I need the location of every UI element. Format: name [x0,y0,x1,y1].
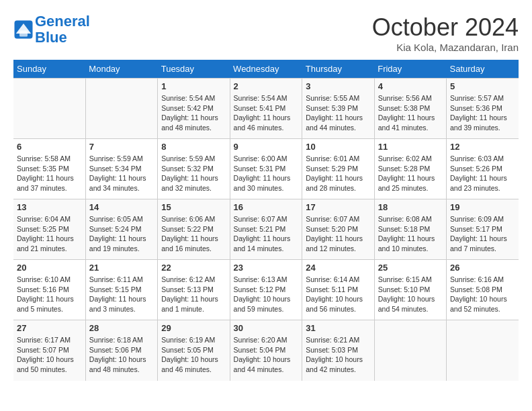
weekday-header: Wednesday [230,60,302,79]
day-number: 25 [378,263,443,273]
cell-info: Sunrise: 6:16 AM Sunset: 5:08 PM Dayligh… [450,275,515,314]
calendar-cell: 5Sunrise: 5:57 AM Sunset: 5:36 PM Daylig… [447,79,519,139]
calendar-week-row: 6Sunrise: 5:58 AM Sunset: 5:35 PM Daylig… [13,139,519,199]
calendar-cell: 27Sunrise: 6:17 AM Sunset: 5:07 PM Dayli… [13,320,85,381]
logo-icon [13,19,34,40]
calendar-cell: 13Sunrise: 6:04 AM Sunset: 5:25 PM Dayli… [13,199,85,260]
calendar-cell: 2Sunrise: 5:54 AM Sunset: 5:41 PM Daylig… [230,79,302,139]
calendar-table: SundayMondayTuesdayWednesdayThursdayFrid… [13,60,519,381]
cell-info: Sunrise: 5:59 AM Sunset: 5:34 PM Dayligh… [89,154,154,193]
weekday-header: Thursday [302,60,374,79]
cell-info: Sunrise: 6:20 AM Sunset: 5:04 PM Dayligh… [234,335,299,375]
calendar-cell: 1Sunrise: 5:54 AM Sunset: 5:42 PM Daylig… [158,79,230,139]
calendar-cell: 24Sunrise: 6:14 AM Sunset: 5:11 PM Dayli… [302,260,374,320]
day-number: 2 [234,81,299,91]
calendar-cell: 30Sunrise: 6:20 AM Sunset: 5:04 PM Dayli… [230,320,302,381]
weekday-header: Monday [85,60,157,79]
day-number: 19 [450,202,515,212]
day-number: 3 [306,81,370,91]
day-number: 27 [17,323,82,333]
cell-info: Sunrise: 6:17 AM Sunset: 5:07 PM Dayligh… [17,335,82,375]
location: Kia Kola, Mazandaran, Iran [372,42,519,53]
calendar-cell: 20Sunrise: 6:10 AM Sunset: 5:16 PM Dayli… [13,260,85,320]
weekday-header: Tuesday [158,60,230,79]
calendar-cell: 12Sunrise: 6:03 AM Sunset: 5:26 PM Dayli… [447,139,519,199]
day-number: 18 [378,202,443,212]
day-number: 16 [234,202,299,212]
calendar-cell: 26Sunrise: 6:16 AM Sunset: 5:08 PM Dayli… [447,260,519,320]
cell-info: Sunrise: 6:05 AM Sunset: 5:24 PM Dayligh… [89,214,154,254]
calendar-cell: 16Sunrise: 6:07 AM Sunset: 5:21 PM Dayli… [230,199,302,260]
cell-info: Sunrise: 6:12 AM Sunset: 5:13 PM Dayligh… [161,275,226,314]
day-number: 9 [234,142,299,152]
weekday-row: SundayMondayTuesdayWednesdayThursdayFrid… [13,60,519,79]
day-number: 7 [89,142,154,152]
calendar-cell: 31Sunrise: 6:21 AM Sunset: 5:03 PM Dayli… [302,320,374,381]
day-number: 22 [161,263,226,273]
calendar-cell: 25Sunrise: 6:15 AM Sunset: 5:10 PM Dayli… [374,260,446,320]
day-number: 4 [378,81,443,91]
calendar-cell [374,320,446,381]
calendar-cell: 7Sunrise: 5:59 AM Sunset: 5:34 PM Daylig… [85,139,157,199]
cell-info: Sunrise: 5:55 AM Sunset: 5:39 PM Dayligh… [306,93,370,133]
cell-info: Sunrise: 6:15 AM Sunset: 5:10 PM Dayligh… [378,275,443,314]
cell-info: Sunrise: 5:54 AM Sunset: 5:41 PM Dayligh… [234,93,299,133]
cell-info: Sunrise: 6:01 AM Sunset: 5:29 PM Dayligh… [306,154,370,193]
calendar-week-row: 27Sunrise: 6:17 AM Sunset: 5:07 PM Dayli… [13,320,519,381]
calendar-cell: 10Sunrise: 6:01 AM Sunset: 5:29 PM Dayli… [302,139,374,199]
cell-info: Sunrise: 6:07 AM Sunset: 5:21 PM Dayligh… [234,214,299,254]
cell-info: Sunrise: 6:13 AM Sunset: 5:12 PM Dayligh… [234,275,299,314]
cell-info: Sunrise: 6:18 AM Sunset: 5:06 PM Dayligh… [89,335,154,375]
calendar-cell: 6Sunrise: 5:58 AM Sunset: 5:35 PM Daylig… [13,139,85,199]
cell-info: Sunrise: 6:10 AM Sunset: 5:16 PM Dayligh… [17,275,82,314]
day-number: 14 [89,202,154,212]
logo: General Blue [13,13,90,46]
cell-info: Sunrise: 5:56 AM Sunset: 5:38 PM Dayligh… [378,93,443,133]
calendar-cell [85,79,157,139]
day-number: 8 [161,142,226,152]
cell-info: Sunrise: 5:58 AM Sunset: 5:35 PM Dayligh… [17,154,82,193]
day-number: 20 [17,263,82,273]
calendar-cell: 4Sunrise: 5:56 AM Sunset: 5:38 PM Daylig… [374,79,446,139]
day-number: 29 [161,323,226,333]
day-number: 26 [450,263,515,273]
cell-info: Sunrise: 6:11 AM Sunset: 5:15 PM Dayligh… [89,275,154,314]
month-title: October 2024 [372,13,519,42]
calendar-header: SundayMondayTuesdayWednesdayThursdayFrid… [13,60,519,79]
day-number: 23 [234,263,299,273]
day-number: 30 [234,323,299,333]
cell-info: Sunrise: 6:03 AM Sunset: 5:26 PM Dayligh… [450,154,515,193]
calendar-cell: 29Sunrise: 6:19 AM Sunset: 5:05 PM Dayli… [158,320,230,381]
calendar-cell [447,320,519,381]
cell-info: Sunrise: 6:09 AM Sunset: 5:17 PM Dayligh… [450,214,515,254]
logo-text: General Blue [35,13,90,46]
weekday-header: Friday [374,60,446,79]
weekday-header: Sunday [13,60,85,79]
calendar-cell: 3Sunrise: 5:55 AM Sunset: 5:39 PM Daylig… [302,79,374,139]
day-number: 10 [306,142,370,152]
day-number: 31 [306,323,370,333]
calendar-cell: 21Sunrise: 6:11 AM Sunset: 5:15 PM Dayli… [85,260,157,320]
calendar-cell: 14Sunrise: 6:05 AM Sunset: 5:24 PM Dayli… [85,199,157,260]
cell-info: Sunrise: 6:21 AM Sunset: 5:03 PM Dayligh… [306,335,370,375]
calendar-week-row: 1Sunrise: 5:54 AM Sunset: 5:42 PM Daylig… [13,79,519,139]
calendar-cell: 18Sunrise: 6:08 AM Sunset: 5:18 PM Dayli… [374,199,446,260]
day-number: 15 [161,202,226,212]
calendar-cell: 19Sunrise: 6:09 AM Sunset: 5:17 PM Dayli… [447,199,519,260]
day-number: 28 [89,323,154,333]
day-number: 5 [450,81,515,91]
title-block: October 2024 Kia Kola, Mazandaran, Iran [372,13,519,53]
cell-info: Sunrise: 6:04 AM Sunset: 5:25 PM Dayligh… [17,214,82,254]
calendar-cell: 22Sunrise: 6:12 AM Sunset: 5:13 PM Dayli… [158,260,230,320]
day-number: 13 [17,202,82,212]
calendar-cell: 15Sunrise: 6:06 AM Sunset: 5:22 PM Dayli… [158,199,230,260]
cell-info: Sunrise: 5:54 AM Sunset: 5:42 PM Dayligh… [161,93,226,133]
day-number: 6 [17,142,82,152]
page-header: General Blue October 2024 Kia Kola, Maza… [13,13,519,53]
cell-info: Sunrise: 5:57 AM Sunset: 5:36 PM Dayligh… [450,93,515,133]
cell-info: Sunrise: 6:19 AM Sunset: 5:05 PM Dayligh… [161,335,226,375]
calendar-week-row: 20Sunrise: 6:10 AM Sunset: 5:16 PM Dayli… [13,260,519,320]
calendar-cell: 23Sunrise: 6:13 AM Sunset: 5:12 PM Dayli… [230,260,302,320]
calendar-cell [13,79,85,139]
cell-info: Sunrise: 5:59 AM Sunset: 5:32 PM Dayligh… [161,154,226,193]
